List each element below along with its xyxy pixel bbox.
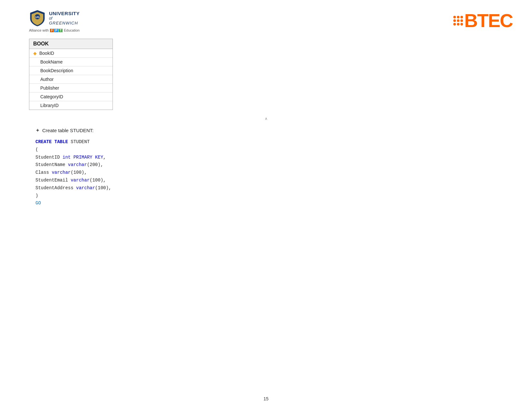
fpt-p: P (54, 29, 58, 32)
university-logo: UG UNIVERSITY of GREENWICH Alliance with… (29, 10, 80, 32)
university-shield-icon: UG (29, 10, 46, 26)
book-table-row: Author (29, 75, 113, 84)
scroll-indicator: ∧ (29, 116, 503, 121)
sql-line: ( (35, 146, 503, 154)
svg-text:UG: UG (35, 15, 40, 19)
sql-line: StudentID int PRIMARY KEY, (35, 154, 503, 161)
content-area: BOOK ◆BookIDBookNameBookDescriptionAutho… (0, 39, 532, 207)
sql-plain: ( (35, 147, 38, 152)
sql-keyword: varchar (71, 178, 90, 183)
book-table-row: BookName (29, 58, 113, 66)
btec-dot (460, 16, 463, 18)
btec-dot (453, 16, 456, 18)
sql-plain: StudentAddress (35, 185, 76, 191)
btec-dot (453, 19, 456, 22)
sql-keyword: PRIMARY KEY (74, 155, 103, 160)
university-name-of: of (49, 16, 80, 21)
sql-line: GO (35, 200, 503, 207)
sql-keyword: varchar (52, 170, 71, 175)
sql-code-block: CREATE TABLE STUDENT(StudentID int PRIMA… (35, 138, 503, 207)
btec-text: BTEC (464, 10, 513, 31)
sql-line: Class varchar(100), (35, 169, 503, 177)
sql-plain: , (103, 155, 106, 160)
university-name-top: UNIVERSITY (49, 11, 80, 16)
sql-plain: StudentName (35, 162, 68, 167)
btec-dot (453, 23, 456, 25)
book-table-row: LibraryID (29, 101, 113, 110)
sql-line: StudentAddress varchar(100), (35, 184, 503, 192)
btec-dot-grid (453, 16, 463, 25)
btec-logo: BTEC (453, 10, 513, 31)
page-number: 15 (263, 396, 269, 401)
sql-plain: StudentID (35, 155, 63, 160)
book-field-label: Author (40, 77, 54, 82)
sql-go: GO (35, 201, 41, 206)
sql-plain: (100), (71, 170, 87, 175)
btec-dot (460, 19, 463, 22)
fpt-logo: FPT (50, 29, 63, 32)
sql-plain: STUDENT (68, 139, 90, 144)
alliance-text: Alliance with (29, 28, 49, 32)
fpt-t: T (59, 29, 63, 32)
alliance-line: Alliance with FPT Education (29, 28, 80, 32)
sql-line: StudentEmail varchar(100), (35, 177, 503, 184)
book-field-label: BookName (40, 59, 63, 64)
sql-line: ) (35, 192, 503, 200)
btec-dot (457, 16, 459, 18)
sql-plain: (200), (87, 162, 103, 167)
sql-plain: StudentEmail (35, 178, 71, 183)
bullet-text: Create table STUDENT: (42, 128, 94, 133)
book-field-label: BookDescription (40, 68, 73, 73)
education-text: Education (64, 28, 80, 32)
sql-keyword-bold: CREATE TABLE (35, 139, 68, 144)
fpt-f: F (50, 29, 54, 32)
book-table-title: BOOK (29, 39, 113, 49)
page-header: UG UNIVERSITY of GREENWICH Alliance with… (0, 0, 532, 39)
bullet-diamond-icon: ✦ (35, 127, 40, 133)
sql-plain: (100), (95, 185, 111, 191)
book-table-body: ◆BookIDBookNameBookDescriptionAuthorPubl… (29, 49, 113, 110)
book-table-row: BookDescription (29, 66, 113, 75)
sql-keyword: varchar (76, 185, 95, 191)
create-student-bullet: ✦ Create table STUDENT: (35, 127, 503, 133)
book-table-row: Publisher (29, 84, 113, 93)
primary-key-icon: ◆ (33, 51, 37, 56)
book-field-label: LibraryID (40, 103, 59, 108)
book-field-label: BookID (39, 51, 54, 56)
sql-plain: (100), (90, 178, 106, 183)
book-table: BOOK ◆BookIDBookNameBookDescriptionAutho… (29, 39, 113, 110)
sql-line: CREATE TABLE STUDENT (35, 138, 503, 146)
btec-dot (460, 23, 463, 25)
sql-plain: ) (35, 193, 38, 198)
sql-plain: Class (35, 170, 52, 175)
sql-keyword: int (63, 155, 71, 160)
university-name-bottom: GREENWICH (49, 21, 80, 25)
btec-dot (457, 23, 459, 25)
sql-line: StudentName varchar(200), (35, 161, 503, 169)
book-field-label: Publisher (40, 85, 59, 91)
sql-keyword: varchar (68, 162, 87, 167)
university-name: UNIVERSITY of GREENWICH (49, 11, 80, 25)
book-field-label: CategoryID (40, 94, 63, 99)
book-table-row: CategoryID (29, 93, 113, 101)
sql-plain (71, 155, 73, 160)
book-table-row: ◆BookID (29, 49, 113, 58)
btec-dot (457, 19, 459, 22)
